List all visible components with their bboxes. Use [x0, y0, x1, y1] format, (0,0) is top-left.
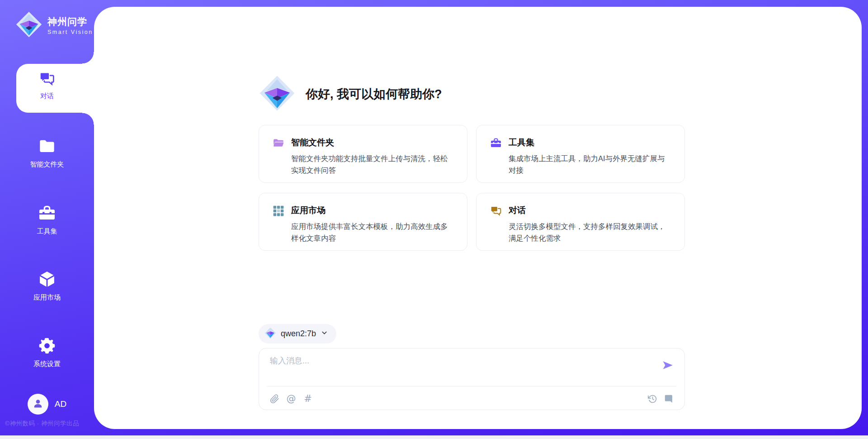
active-tab-fillet-bottom — [82, 113, 94, 124]
app-window: 神州问学 Smart Vision 对话 智能文件夹 — [0, 0, 868, 439]
composer-divider — [267, 386, 677, 387]
grid-icon — [273, 205, 284, 250]
sidebar: 神州问学 Smart Vision 对话 智能文件夹 — [0, 0, 94, 439]
paperclip-icon[interactable] — [269, 393, 280, 404]
diamond-logo-icon — [259, 75, 296, 114]
card-chat[interactable]: 对话 灵活切换多模型文件，支持多样回复效果调试，满足个性化需求 — [476, 193, 685, 251]
diamond-logo-icon — [15, 11, 42, 40]
brand-name: 神州问学 — [47, 16, 87, 27]
briefcase-icon — [38, 204, 56, 224]
copyright-text: ©神州数码 · 神州问学出品 — [5, 420, 95, 428]
folder-open-icon — [273, 137, 284, 182]
diamond-logo-icon — [264, 327, 276, 341]
sidebar-item-label: 对话 — [0, 92, 94, 100]
feature-cards: 智能文件夹 智能文件夹功能支持批量文件上传与清洗，轻松实现文件问答 — [259, 125, 685, 251]
sidebar-item-tools[interactable]: 工具集 — [0, 204, 94, 236]
brand-logo: 神州问学 Smart Vision — [15, 11, 93, 40]
avatar — [28, 394, 48, 415]
greeting: 你好, 我可以如何帮助你? — [259, 75, 442, 114]
card-title: 应用市场 — [291, 205, 454, 216]
at-sign-icon[interactable]: @ — [286, 393, 297, 404]
model-selector[interactable]: qwen2:7b — [259, 324, 336, 344]
horizontal-scrollbar[interactable] — [0, 435, 868, 439]
chevron-down-icon — [321, 329, 328, 339]
chat-bubbles-icon — [490, 205, 502, 250]
send-icon[interactable] — [661, 358, 675, 372]
briefcase-icon — [490, 137, 502, 182]
card-title: 工具集 — [509, 137, 672, 148]
cube-icon — [38, 270, 56, 290]
user-account[interactable]: AD — [0, 394, 94, 415]
sidebar-item-chat[interactable]: 对话 — [0, 71, 94, 100]
card-description: 灵活切换多模型文件，支持多样回复效果调试，满足个性化需求 — [509, 221, 672, 244]
card-title: 智能文件夹 — [291, 137, 454, 148]
message-input[interactable] — [259, 348, 684, 385]
active-tab-fillet-top — [82, 52, 94, 64]
composer-toolbar: @ # — [269, 392, 675, 406]
sidebar-item-label: 系统设置 — [0, 360, 94, 368]
gear-icon — [38, 337, 56, 357]
history-icon[interactable] — [647, 393, 658, 404]
card-description: 应用市场提供丰富长文本模板，助力高效生成多样化文章内容 — [291, 221, 454, 244]
greeting-title: 你好, 我可以如何帮助你? — [306, 86, 442, 102]
message-composer: @ # — [259, 348, 685, 410]
chat-icon — [39, 71, 55, 89]
sidebar-item-market[interactable]: 应用市场 — [0, 270, 94, 302]
hash-icon[interactable]: # — [302, 393, 313, 404]
card-description: 智能文件夹功能支持批量文件上传与清洗，轻松实现文件问答 — [291, 153, 454, 176]
model-name: qwen2:7b — [281, 329, 316, 339]
card-title: 对话 — [509, 205, 672, 216]
card-description: 集成市场上主流工具，助力AI与外界无缝扩展与对接 — [509, 153, 672, 176]
main-panel: 你好, 我可以如何帮助你? 智能文件夹 智能文件夹功能支持批量文件上传与清洗，轻… — [94, 7, 862, 429]
sidebar-item-folders[interactable]: 智能文件夹 — [0, 137, 94, 169]
card-smart-folder[interactable]: 智能文件夹 智能文件夹功能支持批量文件上传与清洗，轻松实现文件问答 — [259, 125, 467, 183]
comment-icon[interactable] — [664, 393, 675, 404]
sidebar-item-label: 应用市场 — [0, 293, 94, 302]
card-app-market[interactable]: 应用市场 应用市场提供丰富长文本模板，助力高效生成多样化文章内容 — [259, 193, 467, 251]
user-name: AD — [55, 399, 66, 409]
sidebar-item-label: 工具集 — [0, 227, 94, 236]
brand-subtitle: Smart Vision — [47, 29, 93, 35]
folder-icon — [38, 137, 56, 157]
card-toolset[interactable]: 工具集 集成市场上主流工具，助力AI与外界无缝扩展与对接 — [476, 125, 685, 183]
sidebar-item-settings[interactable]: 系统设置 — [0, 337, 94, 368]
sidebar-item-label: 智能文件夹 — [0, 160, 94, 169]
person-icon — [32, 397, 44, 411]
